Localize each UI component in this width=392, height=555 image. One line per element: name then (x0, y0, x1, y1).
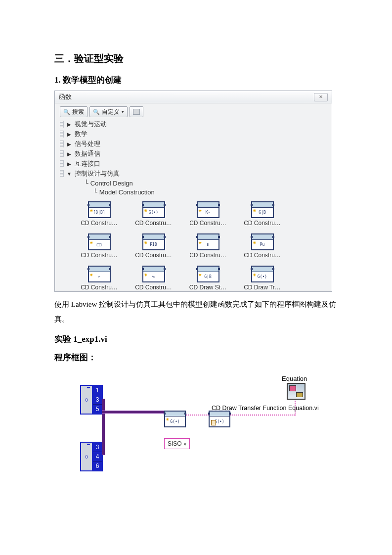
array-cell: 4 (93, 452, 102, 462)
wrench-icon: 🔍 (93, 109, 100, 115)
subtree-label: Model Construction (99, 188, 155, 196)
vi-label: CD Constru… (189, 220, 226, 227)
subtree-item[interactable]: └ Control Design (60, 179, 327, 187)
vi-label: CD Constru… (244, 252, 281, 259)
collapse-icon: ▼ (67, 171, 72, 177)
palette-toolbar: 🔍 搜索 🔍 自定义 ▾ (60, 106, 327, 117)
palette-titlebar: 函数 ✕ (55, 91, 332, 103)
category-label: 信号处理 (75, 139, 100, 148)
category-label: 数据通信 (75, 149, 100, 158)
siso-enum-constant: SISO (164, 438, 190, 449)
palette-vi-icon[interactable]: ✷G|BCD Constru… (239, 201, 286, 227)
array-cell: 1 (93, 386, 102, 395)
wire (102, 414, 105, 455)
search-label: 搜索 (72, 108, 84, 116)
category-row[interactable]: ▶ 数据通信 (60, 149, 327, 159)
expand-icon: ▶ (67, 122, 72, 127)
vi-caption: CD Draw Transfer Function Equation.vi (212, 405, 319, 412)
wire (102, 411, 166, 414)
search-button[interactable]: 🔍 搜索 (60, 106, 87, 117)
category-row[interactable]: ▶ 信号处理 (60, 139, 327, 149)
vi-label: CD Constru… (135, 252, 172, 259)
array-index: 0 (81, 386, 93, 414)
category-label: 互连接口 (75, 159, 100, 168)
array-constant-2: 0 3 4 6 (80, 442, 103, 471)
block-diagram-heading: 程序框图： (54, 352, 348, 363)
body-paragraph: 使用 Labview 控制设计与仿真工具包中的模型创建函数完成了如下的程序框图构… (54, 297, 348, 326)
cd-draw-tf-node: G(•) (209, 411, 230, 427)
array-index: 0 (81, 443, 93, 470)
vi-label: CD Constru… (81, 284, 118, 291)
wire-pink (230, 415, 295, 416)
vi-label: CD Constru… (135, 284, 172, 291)
grip-icon (60, 170, 64, 177)
heading-section: 三．验证型实验 (54, 52, 348, 65)
grip-icon (60, 121, 64, 128)
functions-palette-window: 函数 ✕ 🔍 搜索 🔍 自定义 ▾ (54, 91, 332, 292)
array-constant-1: 0 1 3 5 (80, 385, 103, 415)
vi-label: CD Constru… (189, 252, 226, 259)
equation-label: Equation (282, 375, 307, 382)
palette-vi-icon[interactable]: ✷K≈CD Constru… (184, 201, 231, 227)
pin-icon (133, 109, 140, 115)
customize-button[interactable]: 🔍 自定义 ▾ (89, 106, 128, 117)
experiment-title: 实验 1_exp1.vi (54, 333, 348, 345)
subtree-label: Control Design (90, 180, 133, 187)
palette-vi-icon[interactable]: ✷G|BCD Draw St… (184, 266, 231, 291)
palette-vi-icon[interactable]: ✷⫼CD Constru… (184, 233, 231, 259)
palette-vi-icon[interactable]: ✷∿CD Constru… (130, 266, 177, 291)
expand-icon: ▶ (67, 161, 72, 167)
category-row[interactable]: ▶ 视觉与运动 (60, 119, 327, 129)
wire-pink (186, 415, 209, 416)
palette-vi-icon[interactable]: ✷□□CD Constru… (76, 233, 123, 259)
vi-label: CD Draw Tr… (244, 284, 281, 291)
pin-button[interactable] (130, 106, 143, 117)
array-cell: 3 (93, 443, 102, 452)
category-row[interactable]: ▶ 互连接口 (60, 159, 327, 169)
category-label: 视觉与运动 (75, 120, 107, 129)
grip-icon (60, 140, 64, 147)
vi-label: CD Constru… (135, 220, 172, 227)
tree-branch-icon: └ (85, 180, 88, 187)
heading-subsection: 1. 数学模型的创建 (54, 74, 348, 86)
palette-vi-icon[interactable]: ✷PIDCD Constru… (130, 233, 177, 259)
palette-vi-icon[interactable]: ✷≁CD Constru… (76, 266, 123, 291)
grip-icon (60, 150, 64, 157)
array-cell: 5 (93, 405, 102, 414)
array-cell: 3 (93, 395, 102, 405)
expand-icon: ▶ (67, 151, 72, 157)
vi-label: CD Constru… (244, 220, 281, 227)
grip-icon (60, 160, 64, 167)
block-diagram: 0 1 3 5 0 3 4 6 ✷ G(•) (54, 375, 331, 489)
category-label: 控制设计与仿真 (75, 169, 120, 178)
palette-icon-grid: ✷[8|B]CD Constru… ✷G(•)CD Constru… ✷K≈CD… (76, 201, 327, 291)
cd-construct-tf-node: ✷ G(•) (164, 411, 186, 427)
palette-title: 函数 (59, 92, 72, 101)
palette-vi-icon[interactable]: ✷G(•)CD Constru… (130, 201, 177, 227)
expand-icon: ▶ (67, 141, 72, 147)
close-icon[interactable]: ✕ (314, 93, 328, 101)
expand-icon: ▶ (67, 132, 72, 137)
palette-vi-icon[interactable]: ✷[8|B]CD Constru… (76, 201, 123, 227)
vi-label: CD Constru… (81, 252, 118, 259)
vi-label: CD Constru… (81, 220, 118, 227)
wire (102, 399, 105, 411)
hand-icon (211, 420, 216, 425)
category-label: 数学 (75, 130, 87, 139)
palette-vi-icon[interactable]: ✷PuCD Constru… (239, 233, 286, 259)
tree-branch-icon: └ (93, 188, 97, 196)
array-cell: 6 (93, 462, 102, 470)
category-row-expanded[interactable]: ▼ 控制设计与仿真 (60, 169, 327, 179)
equation-indicator (287, 383, 305, 400)
subtree-item[interactable]: └ Model Construction (60, 187, 327, 196)
grip-icon (60, 131, 64, 138)
category-row[interactable]: ▶ 数学 (60, 129, 327, 139)
vi-label: CD Draw St… (189, 284, 226, 291)
search-icon: 🔍 (63, 109, 70, 115)
customize-label: 自定义 (102, 108, 120, 116)
palette-vi-icon[interactable]: ✷G(•)CD Draw Tr… (239, 266, 286, 291)
